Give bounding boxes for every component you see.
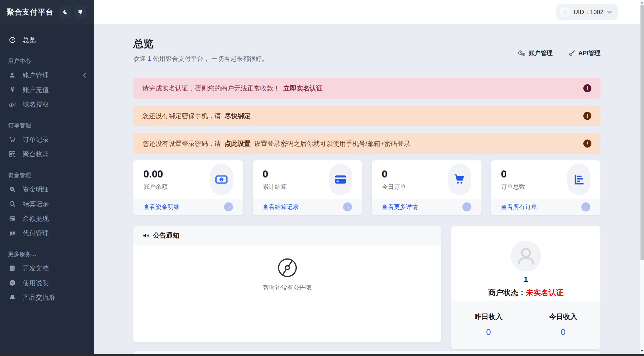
sidebar-item-settlement-records[interactable]: 结算记录 bbox=[0, 197, 94, 211]
stat-value: 0 bbox=[263, 168, 287, 180]
account-manage-link[interactable]: ⚙⚙ 账户管理 bbox=[517, 49, 553, 57]
alert-text: 您还没有设置登录密码，请 bbox=[142, 139, 221, 148]
sidebar-section-funds-manage: 资金管理 bbox=[0, 171, 94, 179]
merchant-income-footer: 昨日收入 0 今日收入 0 bbox=[451, 301, 600, 349]
question-circle-icon: ? bbox=[9, 279, 16, 287]
chevron-left-icon bbox=[82, 72, 87, 78]
alert-realname-link[interactable]: 立即实名认证 bbox=[283, 84, 323, 93]
sidebar-item-label: 产品交流群 bbox=[23, 293, 55, 302]
view-settlement-link[interactable]: 查看结算记录 bbox=[263, 203, 299, 211]
arrow-circle-icon[interactable]: → bbox=[462, 202, 471, 211]
sidebar-item-label: 账户充值 bbox=[23, 85, 49, 94]
income-yesterday: 昨日收入 0 bbox=[451, 301, 526, 349]
api-manage-link[interactable]: API管理 bbox=[569, 49, 600, 57]
sidebar-item-usage-help[interactable]: ? 使用说明 bbox=[0, 276, 94, 290]
announcement-panel: 公告通知 暂时还没有公告哦 bbox=[133, 226, 441, 342]
stat-card-balance: 0.00 账户余额 0 查看资金明细 → bbox=[133, 160, 243, 215]
sidebar-item-payout-manage[interactable]: 代付管理 bbox=[0, 226, 94, 240]
cart-blue-icon bbox=[448, 164, 471, 195]
stat-value: 0 bbox=[501, 168, 525, 180]
sidebar-item-label: 资金明细 bbox=[23, 185, 49, 194]
sidebar-item-product-group[interactable]: 产品交流群 bbox=[0, 290, 94, 305]
sidebar-menu: 总览 用户中心 账户管理 ¥ 账户充值 e bbox=[0, 24, 94, 305]
page-content: 总览 欢迎1使用聚合支付平台， 一切看起来都很好。 ⚙⚙ 账户管理 API管理 bbox=[94, 24, 644, 349]
sidebar-item-aggregate-collect[interactable]: 聚合收款 bbox=[0, 147, 94, 161]
credit-card-blue-icon bbox=[329, 164, 352, 195]
welcome-prefix: 欢迎 bbox=[133, 55, 146, 62]
sidebar-item-dev-docs[interactable]: 开发文档 bbox=[0, 261, 94, 276]
merchant-status-card: 1 商户状态：未实名认证 昨日收入 0 今日收入 0 bbox=[451, 226, 600, 349]
income-label: 今日收入 bbox=[549, 312, 577, 322]
merchant-status: 商户状态：未实名认证 bbox=[488, 288, 564, 298]
scrollbar[interactable] bbox=[640, 0, 644, 356]
chevron-down-icon bbox=[607, 10, 612, 14]
alert-text-suffix: 设置登录密码之后你就可以使用手机号/邮箱+密码登录 bbox=[254, 139, 410, 148]
sidebar-header: 聚合支付平台 bbox=[0, 0, 94, 24]
panels-row: 公告通知 暂时还没有公告哦 1 商户状 bbox=[133, 226, 600, 349]
sidebar-item-account-manage[interactable]: 账户管理 bbox=[0, 68, 94, 82]
sidebar-item-account-recharge[interactable]: ¥ 账户充值 bbox=[0, 82, 94, 97]
stat-label: 今日订单 bbox=[382, 183, 406, 191]
sidebar-item-label: 总览 bbox=[23, 36, 36, 44]
user-menu[interactable]: UID：1002 bbox=[556, 4, 618, 20]
view-fund-details-link[interactable]: 查看资金明细 bbox=[143, 203, 180, 211]
view-more-details-link[interactable]: 查看更多详情 bbox=[382, 203, 418, 211]
welcome-suffix: 使用聚合支付平台， 一切看起来都很好。 bbox=[153, 55, 268, 62]
sidebar-item-fund-details[interactable]: $ 资金明细 bbox=[0, 182, 94, 197]
merchant-avatar-icon bbox=[511, 241, 541, 272]
sidebar-item-label: 账户管理 bbox=[23, 71, 49, 80]
dashboard-gauge-icon bbox=[9, 36, 16, 44]
sidebar-item-label: 代付管理 bbox=[23, 229, 49, 238]
arrow-circle-icon[interactable]: → bbox=[224, 202, 233, 211]
qrcode-icon bbox=[9, 150, 16, 158]
stat-cards: 0.00 账户余额 0 查看资金明细 → bbox=[133, 160, 600, 215]
sidebar-item-domain-auth[interactable]: e 域名授权 bbox=[0, 97, 94, 112]
sidebar-item-balance-withdraw[interactable]: 余额提现 bbox=[0, 211, 94, 226]
scrollbar-thumb[interactable] bbox=[640, 5, 644, 260]
welcome-uid: 1 bbox=[148, 55, 151, 62]
search-icon bbox=[9, 200, 16, 208]
yen-icon: ¥ bbox=[9, 86, 16, 94]
svg-text:0: 0 bbox=[220, 178, 222, 182]
alert-bind-phone-link[interactable]: 尽快绑定 bbox=[224, 112, 251, 120]
sidebar-item-overview[interactable]: 总览 bbox=[0, 33, 94, 47]
quick-link-label: API管理 bbox=[578, 49, 600, 57]
stat-label: 账户余额 bbox=[143, 183, 168, 191]
sidebar-item-label: 余额提现 bbox=[23, 214, 49, 223]
sidebar-header-actions bbox=[59, 7, 86, 18]
user-icon bbox=[9, 71, 16, 79]
stat-value: 0 bbox=[382, 168, 406, 180]
merchant-status-value: 未实名认证 bbox=[526, 288, 564, 297]
view-all-orders-link[interactable]: 查看所有订单 bbox=[501, 203, 537, 211]
sidebar-section-more-services: 更多服务... bbox=[0, 250, 94, 258]
qq-penguin-icon bbox=[9, 294, 16, 301]
announcement-title: 公告通知 bbox=[153, 231, 179, 240]
merchant-status-label: 商户状态： bbox=[488, 288, 526, 297]
alert-bind-phone: 您还没有绑定密保手机，请 尽快绑定 ! bbox=[133, 106, 600, 126]
stat-card-settlement: 0 累计结算 查看结算记录 → bbox=[253, 160, 362, 215]
arrow-circle-icon[interactable]: → bbox=[581, 202, 590, 211]
dark-mode-toggle-button[interactable] bbox=[59, 7, 71, 18]
income-label: 昨日收入 bbox=[474, 312, 503, 322]
credit-card-icon bbox=[9, 215, 16, 222]
alert-set-password-link[interactable]: 点此设置 bbox=[224, 139, 251, 148]
sidebar-item-label: 结算记录 bbox=[23, 200, 49, 208]
key-icon bbox=[569, 50, 575, 56]
theme-brush-button[interactable] bbox=[74, 7, 86, 18]
arrow-circle-icon[interactable]: → bbox=[343, 202, 352, 211]
no-data-icon bbox=[277, 257, 298, 279]
announcement-empty-text: 暂时还没有公告哦 bbox=[263, 284, 312, 292]
book-icon bbox=[9, 264, 16, 272]
scroll-down-arrow-icon[interactable] bbox=[641, 350, 643, 352]
announcement-body: 暂时还没有公告哦 bbox=[133, 245, 441, 292]
sidebar-item-label: 开发文档 bbox=[23, 264, 49, 273]
sidebar-item-label: 聚合收款 bbox=[23, 150, 49, 159]
svg-text:$: $ bbox=[11, 187, 13, 191]
svg-text:¥: ¥ bbox=[11, 86, 14, 93]
bar-chart-icon bbox=[567, 164, 590, 195]
scroll-up-arrow-icon[interactable] bbox=[641, 2, 643, 4]
brush-icon bbox=[77, 9, 83, 15]
stat-label: 订单总数 bbox=[501, 183, 525, 191]
topbar: UID：1002 bbox=[94, 0, 644, 24]
sidebar-item-order-records[interactable]: 订单记录 bbox=[0, 132, 94, 147]
